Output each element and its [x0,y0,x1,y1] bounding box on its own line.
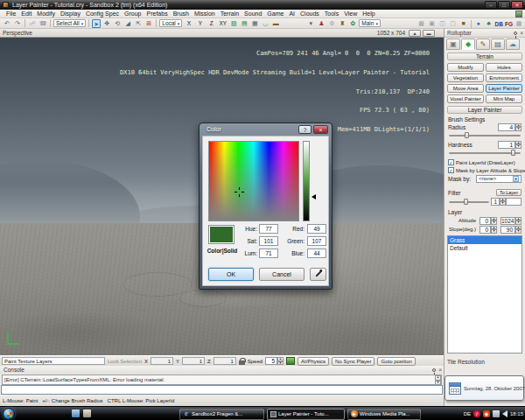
clock[interactable]: 18:15 [510,411,523,416]
viewport-maximize-icon[interactable]: ▲ [409,30,421,37]
layer-item-grass[interactable]: Grass [448,236,522,244]
quick-launch-icon-2[interactable] [83,410,91,417]
hardness-spinner[interactable]: 1 ▲▼ [498,141,522,149]
close-pane-icon[interactable]: × [438,367,442,374]
spin-down-icon[interactable]: ▼ [500,201,506,206]
menu-view[interactable]: View [341,10,360,18]
vegetation-button[interactable]: Vegetation [447,74,484,82]
extra-tool-icon[interactable]: ▩ [514,19,523,28]
menu-tools[interactable]: Tools [322,10,341,18]
environment-button[interactable]: Environment [486,74,522,82]
undo-icon[interactable]: ↶ [3,19,11,28]
no-sync-player-button[interactable]: No Sync Player [332,357,374,366]
scroll-down-icon[interactable]: ▼ [435,381,441,386]
ai-debug-icon[interactable]: ♟ [317,19,326,28]
goto-position-button[interactable]: Goto position [377,357,415,366]
to-layer-button[interactable]: To Layer [496,189,522,196]
tray-icon-2[interactable]: ◆ [483,410,490,417]
character-icon[interactable]: ♣ [485,19,494,28]
coord-system-combo[interactable]: Local▾ [159,19,182,27]
network-tray-icon[interactable] [493,410,500,417]
layer-painter-rollup-header[interactable]: Layer Painter [447,106,522,114]
terrain-grid-icon[interactable]: ▤ [240,19,248,28]
antivirus-tray-icon[interactable]: / [473,410,480,417]
lock-icon[interactable] [239,358,245,365]
hardness-slider-thumb[interactable] [511,150,515,156]
filter-slider-thumb[interactable] [464,199,468,205]
terrain-collision-icon[interactable] [286,357,295,365]
red-field-value[interactable]: 49 [307,224,326,234]
language-indicator[interactable]: DE [464,411,471,416]
axis-z-button[interactable]: Z [206,19,216,28]
viewport-label[interactable]: Perspective [3,29,32,38]
filter-color-box[interactable] [506,198,522,206]
layout-icon-3[interactable]: ◫ [438,19,447,28]
modify-button[interactable]: Modify [447,63,484,72]
layout-icon-1[interactable]: ▩ [417,19,426,28]
slope-min[interactable]: 0 [480,226,491,234]
menu-display[interactable]: Display [58,10,83,18]
move-area-button[interactable]: Move Area [447,84,484,93]
follow-terrain-icon[interactable]: ⊞ [144,19,153,28]
menu-brush[interactable]: Brush [171,10,192,18]
rotate-tool-icon[interactable]: ⟲ [113,19,122,28]
menu-edit[interactable]: Edit [18,10,34,18]
menu-modify[interactable]: Modify [34,10,58,18]
material-icon[interactable]: ■ [459,19,468,28]
redo-icon[interactable]: ↷ [13,19,22,28]
z-coordinate-field[interactable]: 1 [214,357,236,365]
terrain-rollup-header[interactable]: Terrain [447,52,522,60]
lock-selection-label[interactable]: Lock Selection [108,359,142,364]
flowgraph-icon[interactable]: FG [505,21,513,27]
cancel-button[interactable]: Cancel [259,268,304,281]
filter-spinner[interactable]: 1 ▲▼ [491,198,506,206]
physics-icon[interactable]: ♜ [338,19,346,28]
pin-icon[interactable] [432,368,436,372]
tab-modelling[interactable]: ✎ [476,38,490,50]
layer-list[interactable]: Grass Default [447,235,522,354]
voxel-painter-button[interactable]: Voxel Painter [447,94,484,103]
altitude-min[interactable]: 0 [480,217,491,225]
taskbar-button-sandbox[interactable]: Layer Painter - Tuto... [267,409,345,420]
quick-launch-icon-1[interactable] [72,410,80,417]
help-button[interactable]: ? [298,125,312,134]
tab-objects[interactable]: ▣ [446,38,460,50]
menu-config-spec[interactable]: Config Spec [83,10,122,18]
taskbar-button-media-player[interactable]: ▶ Windows Media Pla... [347,409,421,420]
mission-icon[interactable]: ✿ [348,19,357,28]
layout-icon-4[interactable]: ▢ [449,19,458,28]
menu-prefabs[interactable]: Prefabs [144,10,171,18]
database-view-icon[interactable]: DB [495,21,503,27]
slope-min-spinner[interactable]: 0 ▲▼ [480,226,497,234]
radius-slider-thumb[interactable] [465,132,469,138]
move-tool-icon[interactable]: ✥ [102,19,111,28]
x-coordinate-field[interactable]: 1 [150,357,173,365]
close-button[interactable]: ✕ [511,1,523,9]
ruler-icon[interactable]: ▬ [271,19,280,28]
globe-icon[interactable]: ● [474,19,483,28]
volume-tray-icon[interactable] [502,410,508,417]
menu-sound[interactable]: Sound [242,10,264,18]
filter-value[interactable]: 1 [491,198,500,206]
luminance-slider[interactable] [303,141,310,221]
select-terrain-icon[interactable]: ⇱ [134,19,143,28]
layout-icon-2[interactable]: ▣ [428,19,437,28]
radius-value[interactable]: 4 [498,123,515,131]
angle-snap-icon[interactable]: ◡ [261,19,270,28]
select-tool-icon[interactable]: ➤ [92,19,101,28]
radius-slider[interactable] [449,132,521,138]
mini-map-button[interactable]: Mini Map [486,94,522,103]
minimize-button[interactable]: – [485,1,497,9]
tab-layers[interactable]: ☁ [506,38,520,50]
sim-icon[interactable]: ⚙ [327,19,336,28]
luminance-arrow[interactable] [312,194,316,200]
terrain-snap-icon[interactable]: ▧ [229,19,238,28]
slope-max-spinner[interactable]: 90 ▲▼ [500,226,522,234]
holes-button[interactable]: Holes [486,63,522,72]
menu-help[interactable]: Help [360,10,377,18]
menu-terrain[interactable]: Terrain [218,10,242,18]
menu-group[interactable]: Group [122,10,144,18]
sat-field-value[interactable]: 101 [259,236,278,246]
blue-field-value[interactable]: 44 [307,248,326,258]
mask-altitude-checkbox[interactable]: ✓ [448,167,454,173]
